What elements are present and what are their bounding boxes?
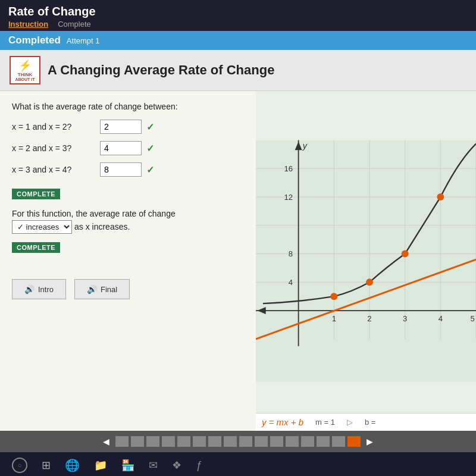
attempt-label: Attempt 1 xyxy=(67,36,100,45)
question-row-2: x = 2 and x = 3? ✓ xyxy=(12,141,244,155)
dropbox-icon[interactable]: ❖ xyxy=(172,459,181,472)
intro-button[interactable]: 🔊 Intro xyxy=(12,279,66,299)
dot-3[interactable] xyxy=(146,436,159,447)
question-prompt: What is the average rate of change betwe… xyxy=(12,102,244,111)
mail-icon[interactable]: ✉ xyxy=(149,459,158,472)
final-speaker-icon: 🔊 xyxy=(87,284,97,294)
completed-bar: Completed Attempt 1 xyxy=(0,31,476,50)
content-split: What is the average rate of change betwe… xyxy=(0,91,476,431)
svg-rect-0 xyxy=(256,140,476,382)
final-label: Final xyxy=(101,285,117,294)
svg-point-30 xyxy=(402,250,409,258)
nav-next-arrow[interactable]: ▶ xyxy=(363,436,377,447)
rate-prefix: For this function, the average rate of c… xyxy=(12,209,176,218)
dot-10[interactable] xyxy=(255,436,268,447)
dot-5[interactable] xyxy=(177,436,190,447)
svg-point-29 xyxy=(366,278,373,286)
rate-suffix: as x increases. xyxy=(74,221,130,233)
svg-text:4: 4 xyxy=(289,278,293,287)
nav-instruction[interactable]: Instruction xyxy=(8,20,48,29)
q3-check: ✓ xyxy=(146,164,154,176)
think-label: THINK xyxy=(18,72,32,77)
q3-label: x = 3 and x = 4? xyxy=(12,165,95,174)
dot-4[interactable] xyxy=(162,436,175,447)
dot-8[interactable] xyxy=(224,436,237,447)
lightning-icon: ⚡ xyxy=(18,59,32,72)
q1-check: ✓ xyxy=(146,121,154,133)
think-header: ⚡ THINK ABOUT IT A Changing Average Rate… xyxy=(0,50,476,91)
rate-statement: For this function, the average rate of c… xyxy=(12,208,244,234)
app-title: Rate of Change xyxy=(8,5,468,18)
q1-label: x = 1 and x = 2? xyxy=(12,122,95,131)
dot-13[interactable] xyxy=(301,436,314,447)
think-title: A Changing Average Rate of Change xyxy=(48,62,274,78)
q3-input[interactable] xyxy=(100,162,142,177)
top-nav: Instruction Complete xyxy=(8,20,468,29)
svg-text:8: 8 xyxy=(289,249,293,258)
svg-point-28 xyxy=(330,293,337,300)
increases-dropdown[interactable]: ✓ increases decreases xyxy=(12,220,72,234)
q1-input[interactable] xyxy=(100,120,142,134)
nav-complete[interactable]: Complete xyxy=(58,20,91,29)
cursor-icon: ▷ xyxy=(347,418,353,427)
q2-input[interactable] xyxy=(100,141,142,155)
m-value: m = 1 xyxy=(315,418,335,427)
dot-1[interactable] xyxy=(115,436,129,447)
graph-svg: 16 12 8 4 1 2 3 4 5 y xyxy=(256,91,476,431)
snap-icon[interactable]: ⊞ xyxy=(42,459,51,472)
dot-12[interactable] xyxy=(286,436,299,447)
svg-text:12: 12 xyxy=(284,193,293,202)
dot-6[interactable] xyxy=(193,436,206,447)
dot-15[interactable] xyxy=(332,436,345,447)
complete-badge-2: COMPLETE xyxy=(12,242,60,253)
complete-badge-1: COMPLETE xyxy=(12,189,60,199)
about-it-label: ABOUT IT xyxy=(15,77,35,82)
q2-check: ✓ xyxy=(146,143,154,154)
q2-label: x = 2 and x = 3? xyxy=(12,143,95,153)
left-panel: What is the average rate of change betwe… xyxy=(0,91,256,431)
bottom-buttons: 🔊 Intro 🔊 Final xyxy=(12,279,244,299)
svg-text:1: 1 xyxy=(332,314,336,323)
dropdown-row: ✓ increases decreases as x increases. xyxy=(12,220,130,234)
taskbar: ○ ⊞ 🌐 📁 🏪 ✉ ❖ ƒ xyxy=(0,452,476,476)
intro-label: Intro xyxy=(38,285,54,294)
b-value: b = xyxy=(365,418,375,427)
equation-bar: y = mx + b m = 1 ▷ b = xyxy=(256,413,476,431)
dot-11[interactable] xyxy=(270,436,283,447)
svg-point-31 xyxy=(437,193,444,201)
main-content: ⚡ THINK ABOUT IT A Changing Average Rate… xyxy=(0,50,476,431)
store-icon[interactable]: 🏪 xyxy=(121,459,134,472)
think-icon: ⚡ THINK ABOUT IT xyxy=(10,56,40,84)
question-row-3: x = 3 and x = 4? ✓ xyxy=(12,162,244,177)
other-icon[interactable]: ƒ xyxy=(196,459,202,472)
search-taskbar-icon[interactable]: ○ xyxy=(12,458,27,473)
edge-icon[interactable]: 🌐 xyxy=(65,458,80,472)
dot-14[interactable] xyxy=(317,436,330,447)
equation-text: y = mx + b xyxy=(262,417,303,427)
nav-dots-bar: ◀ ▶ xyxy=(0,431,476,452)
right-panel: 16 12 8 4 1 2 3 4 5 y xyxy=(256,91,476,431)
top-bar: Rate of Change Instruction Complete xyxy=(0,0,476,31)
svg-text:5: 5 xyxy=(470,314,474,323)
dot-2[interactable] xyxy=(131,436,144,447)
question-row-1: x = 1 and x = 2? ✓ xyxy=(12,120,244,134)
completed-label: Completed xyxy=(8,35,61,46)
final-button[interactable]: 🔊 Final xyxy=(74,279,130,299)
intro-speaker-icon: 🔊 xyxy=(24,284,35,294)
svg-text:16: 16 xyxy=(284,164,293,173)
svg-text:3: 3 xyxy=(403,314,407,323)
svg-text:4: 4 xyxy=(439,314,443,323)
dot-9[interactable] xyxy=(239,436,252,447)
nav-prev-arrow[interactable]: ◀ xyxy=(99,436,113,447)
dot-16[interactable] xyxy=(347,436,361,447)
folder-icon[interactable]: 📁 xyxy=(94,459,107,472)
svg-text:y: y xyxy=(302,141,308,151)
screen: Rate of Change Instruction Complete Comp… xyxy=(0,0,476,476)
svg-text:2: 2 xyxy=(367,314,371,323)
dot-7[interactable] xyxy=(208,436,221,447)
